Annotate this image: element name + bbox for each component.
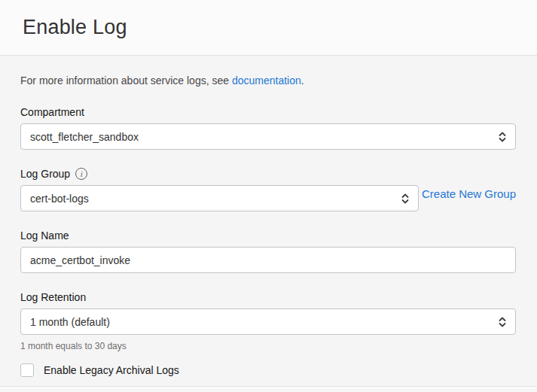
log-name-input[interactable]	[20, 247, 516, 273]
log-group-selected-value: cert-bot-logs	[30, 193, 89, 205]
intro-text-after: .	[301, 74, 304, 87]
intro-text: For more information about service logs,…	[20, 73, 516, 88]
log-name-label: Log Name	[20, 228, 69, 243]
intro-text-before: For more information about service logs,…	[20, 74, 232, 87]
enable-log-dialog: Enable Log For more information about se…	[0, 0, 537, 392]
log-retention-select[interactable]: 1 month (default)	[20, 308, 516, 335]
chevron-up-down-icon	[499, 131, 506, 143]
dialog-header: Enable Log	[0, 0, 537, 56]
create-new-group-link[interactable]: Create New Group	[422, 181, 516, 200]
compartment-label: Compartment	[20, 105, 84, 120]
documentation-link[interactable]: documentation	[232, 74, 301, 87]
log-retention-label: Log Retention	[20, 290, 86, 305]
log-name-field: Log Name	[20, 228, 516, 273]
bottom-divider	[0, 386, 537, 389]
compartment-selected-value: scott_fletcher_sandbox	[30, 131, 139, 143]
compartment-select[interactable]: scott_fletcher_sandbox	[20, 123, 516, 150]
log-group-field: Log Group i cert-bot-logs Create New Gro…	[20, 166, 516, 211]
compartment-field: Compartment scott_fletcher_sandbox	[20, 105, 516, 150]
info-icon[interactable]: i	[75, 168, 87, 180]
log-retention-selected-value: 1 month (default)	[30, 316, 110, 328]
log-group-select[interactable]: cert-bot-logs	[20, 185, 419, 211]
page-title: Enable Log	[23, 16, 127, 39]
enable-legacy-archival-logs-label: Enable Legacy Archival Logs	[44, 364, 179, 376]
enable-legacy-archival-logs-checkbox[interactable]	[20, 363, 34, 377]
dialog-body: For more information about service logs,…	[0, 56, 537, 392]
log-retention-helper-text: 1 month equals to 30 days	[20, 341, 516, 351]
enable-legacy-archival-logs-row[interactable]: Enable Legacy Archival Logs	[20, 363, 516, 377]
chevron-up-down-icon	[401, 193, 409, 205]
log-group-label: Log Group	[20, 166, 70, 181]
log-retention-field: Log Retention 1 month (default) 1 month …	[20, 290, 516, 351]
chevron-up-down-icon	[499, 316, 506, 328]
